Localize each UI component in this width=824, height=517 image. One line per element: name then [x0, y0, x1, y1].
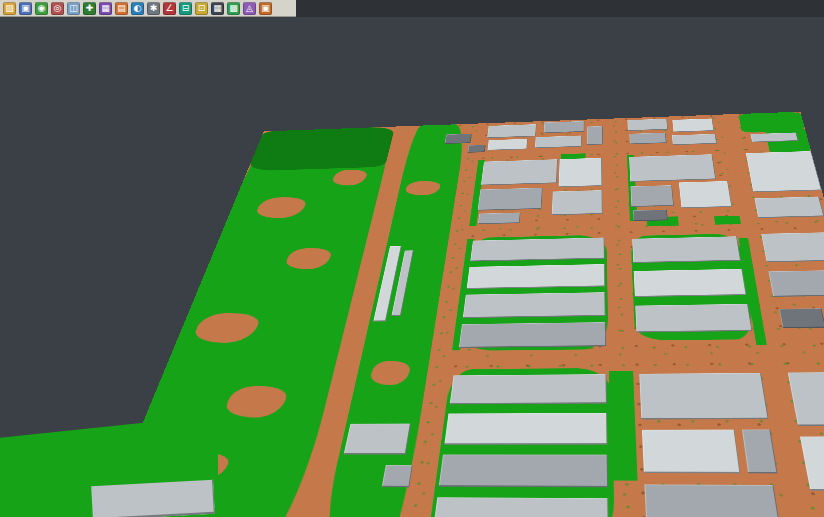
building-roof	[800, 436, 824, 491]
building-roof	[634, 269, 747, 297]
3d-viewport[interactable]	[0, 17, 824, 517]
building-roof	[544, 121, 585, 133]
building-roof	[487, 139, 527, 151]
toolbar: ▨▣◉◎◫✚▦▤◐✱∠⊟⊡▦▩◬▣	[0, 0, 824, 17]
export-cloud-icon[interactable]: ◎	[51, 2, 64, 15]
measure-icon[interactable]: ∠	[163, 2, 176, 15]
merge-icon[interactable]: ✚	[83, 2, 96, 15]
building-roof	[459, 322, 606, 348]
screenshot-icon[interactable]: ▣	[259, 2, 272, 15]
building-roof	[535, 135, 582, 148]
building-roof	[629, 133, 666, 145]
globe-icon[interactable]: ◐	[131, 2, 144, 15]
building-roof	[761, 232, 824, 262]
building-roof	[444, 413, 607, 445]
building-roof	[467, 264, 605, 289]
toolbar-icon-tray: ▨▣◉◎◫✚▦▤◐✱∠⊟⊡▦▩◬▣	[0, 0, 296, 17]
building-roof	[672, 118, 714, 132]
building-roof	[478, 188, 543, 211]
open-project-icon[interactable]: ▨	[3, 2, 16, 15]
palette-icon[interactable]: ▤	[115, 2, 128, 15]
clone-icon[interactable]: ◫	[67, 2, 80, 15]
building-roof	[679, 181, 732, 208]
classify-icon[interactable]: ▦	[99, 2, 112, 15]
building-roof	[344, 424, 411, 455]
camera-view-icon[interactable]: ◬	[243, 2, 256, 15]
building-roof	[631, 185, 674, 207]
building-roof	[487, 124, 537, 138]
building-roof	[91, 480, 215, 517]
building-roof	[633, 210, 668, 222]
building-roof	[768, 270, 824, 297]
building-roof	[481, 159, 558, 185]
building-roof	[627, 119, 668, 131]
building-roof	[632, 236, 741, 263]
building-roof	[478, 213, 521, 225]
dense-vegetation-patch	[247, 127, 395, 172]
zoom-fit-icon[interactable]: ⊡	[195, 2, 208, 15]
grid-icon[interactable]: ▦	[211, 2, 224, 15]
building-roof	[468, 145, 486, 153]
building-roof	[779, 308, 824, 328]
render-icon[interactable]: ▩	[227, 2, 240, 15]
building-roof	[552, 190, 603, 215]
building-roof	[463, 292, 606, 318]
building-roof	[470, 238, 604, 262]
vegetation-patch	[714, 216, 741, 225]
building-roof	[639, 373, 768, 420]
building-roof	[754, 197, 824, 218]
building-roof	[751, 133, 799, 143]
building-roof	[742, 429, 777, 473]
building-roof	[746, 151, 822, 192]
settings-icon[interactable]: ✱	[147, 2, 160, 15]
building-roof	[433, 497, 609, 517]
building-roof	[445, 134, 472, 144]
building-roof	[382, 465, 413, 487]
building-roof	[788, 372, 824, 426]
building-roof	[644, 484, 781, 517]
save-icon[interactable]: ▣	[19, 2, 32, 15]
building-roof	[587, 126, 603, 145]
building-roof	[629, 154, 716, 182]
building-roof	[642, 430, 740, 474]
import-cloud-icon[interactable]: ◉	[35, 2, 48, 15]
building-roof	[450, 374, 607, 404]
building-roof	[635, 304, 752, 333]
building-roof	[672, 134, 717, 145]
building-roof	[559, 158, 603, 187]
building-roof	[439, 455, 608, 488]
crop-icon[interactable]: ⊟	[179, 2, 192, 15]
